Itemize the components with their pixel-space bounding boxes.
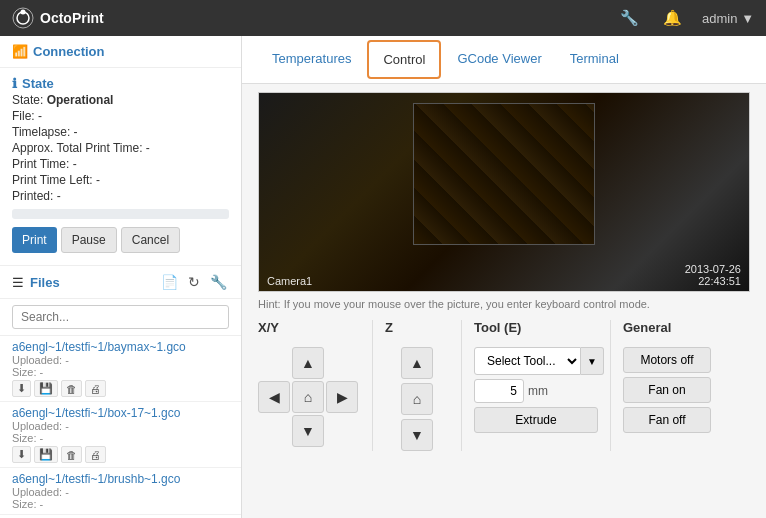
list-item: a6engl~1/testfi~1/brushb~1.gco Uploaded:… [0, 468, 241, 515]
divider-1 [372, 320, 373, 451]
print-time-left-value: - [96, 173, 100, 187]
empty-1 [258, 347, 290, 379]
print-time-left-label: Print Time Left: [12, 173, 93, 187]
extrude-button[interactable]: Extrude [474, 407, 598, 433]
bell-button[interactable]: 🔔 [659, 7, 686, 29]
jog-x-minus-button[interactable]: ◀ [258, 381, 290, 413]
state-value: Operational [47, 93, 114, 107]
brand: OctoPrint [12, 7, 104, 29]
jog-z-plus-button[interactable]: ▲ [401, 347, 433, 379]
connection-section: 📶 Connection [0, 36, 241, 68]
pause-button[interactable]: Pause [61, 227, 117, 253]
jog-y-minus-button[interactable]: ▼ [292, 415, 324, 447]
printed-label: Printed: [12, 189, 53, 203]
file-download-btn-1[interactable]: 💾 [34, 446, 58, 463]
file-print-btn-1[interactable]: 🖨 [85, 446, 106, 463]
timelapse-label: Timelapse: [12, 125, 70, 139]
file-delete-btn-1[interactable]: 🗑 [61, 446, 82, 463]
state-row: State: Operational [12, 93, 229, 107]
search-input[interactable] [12, 305, 229, 329]
file-actions-0: ⬇ 💾 🗑 🖨 [12, 380, 229, 397]
state-label: State: [12, 93, 43, 107]
signal-icon: 📶 [12, 44, 28, 59]
print-button[interactable]: Print [12, 227, 57, 253]
file-size-1: Size: - [12, 432, 229, 444]
file-name-0[interactable]: a6engl~1/testfi~1/baymax~1.gco [12, 340, 229, 354]
admin-button[interactable]: admin ▼ [702, 11, 754, 26]
timelapse-value: - [74, 125, 78, 139]
file-load-btn-1[interactable]: ⬇ [12, 446, 31, 463]
file-download-btn-0[interactable]: 💾 [34, 380, 58, 397]
print-time-left-row: Print Time Left: - [12, 173, 229, 187]
fan-on-button[interactable]: Fan on [623, 377, 711, 403]
tab-gcode-viewer[interactable]: GCode Viewer [443, 41, 555, 78]
files-list-icon: ☰ [12, 275, 24, 290]
file-label: File: [12, 109, 35, 123]
file-size-0: Size: - [12, 366, 229, 378]
xy-header: X/Y [258, 320, 360, 339]
jog-z-home-button[interactable]: ⌂ [401, 383, 433, 415]
tab-control[interactable]: Control [367, 40, 441, 79]
empty-2 [326, 347, 358, 379]
file-list: a6engl~1/testfi~1/baymax~1.gco Uploaded:… [0, 336, 241, 515]
file-meta-0: Uploaded: - [12, 354, 229, 366]
tab-temperatures[interactable]: Temperatures [258, 41, 365, 78]
motors-off-button[interactable]: Motors off [623, 347, 711, 373]
jog-x-plus-button[interactable]: ▶ [326, 381, 358, 413]
file-icon-button[interactable]: 📄 [159, 272, 180, 292]
wrench-files-button[interactable]: 🔧 [208, 272, 229, 292]
camera-placeholder: Camera1 2013-07-26 22:43:51 [259, 93, 749, 291]
approx-label: Approx. Total Print Time: [12, 141, 143, 155]
printed-value: - [57, 189, 61, 203]
navbar: OctoPrint 🔧 🔔 admin ▼ [0, 0, 766, 36]
list-item: a6engl~1/testfi~1/box-17~1.gco Uploaded:… [0, 402, 241, 468]
refresh-button[interactable]: ↻ [186, 272, 202, 292]
file-name-1[interactable]: a6engl~1/testfi~1/box-17~1.gco [12, 406, 229, 420]
print-time-label: Print Time: [12, 157, 69, 171]
jog-z-minus-button[interactable]: ▼ [401, 419, 433, 451]
tab-terminal[interactable]: Terminal [556, 41, 633, 78]
navbar-right: 🔧 🔔 admin ▼ [616, 7, 754, 29]
approx-value: - [146, 141, 150, 155]
controls-columns: X/Y ▲ ◀ ⌂ ▶ ▼ [258, 320, 750, 451]
brand-label: OctoPrint [40, 10, 104, 26]
extrude-amount-input[interactable] [474, 379, 524, 403]
print-btn-group: Print Pause Cancel [12, 227, 229, 253]
tool-select-arrow-button[interactable]: ▼ [581, 347, 604, 375]
printed-row: Printed: - [12, 189, 229, 203]
controls-panel: X/Y ▲ ◀ ⌂ ▶ ▼ [242, 316, 766, 455]
extrude-row: mm [474, 379, 598, 403]
hint-text: Hint: If you move your mouse over the pi… [242, 296, 766, 316]
state-header[interactable]: ℹ State [12, 76, 229, 91]
camera-timestamp: 2013-07-26 22:43:51 [685, 263, 741, 287]
file-meta-1: Uploaded: - [12, 420, 229, 432]
file-delete-btn-0[interactable]: 🗑 [61, 380, 82, 397]
xy-jog-grid: ▲ ◀ ⌂ ▶ ▼ [258, 347, 360, 447]
sidebar: 📶 Connection ℹ State State: Operational … [0, 36, 242, 518]
jog-home-button[interactable]: ⌂ [292, 381, 324, 413]
z-jog-grid: ▲ ⌂ ▼ [385, 347, 449, 451]
file-name-2[interactable]: a6engl~1/testfi~1/brushb~1.gco [12, 472, 229, 486]
file-actions-1: ⬇ 💾 🗑 🖨 [12, 446, 229, 463]
tool-column: Tool (E) Select Tool... ▼ mm Extrude [466, 320, 606, 451]
list-item: a6engl~1/testfi~1/baymax~1.gco Uploaded:… [0, 336, 241, 402]
main-content: Temperatures Control GCode Viewer Termin… [242, 36, 766, 518]
empty-4 [326, 415, 358, 447]
file-meta-2: Uploaded: - [12, 486, 229, 498]
cancel-button[interactable]: Cancel [121, 227, 180, 253]
progress-bar-container [12, 209, 229, 219]
jog-y-plus-button[interactable]: ▲ [292, 347, 324, 379]
tabs-bar: Temperatures Control GCode Viewer Termin… [242, 36, 766, 84]
timelapse-row: Timelapse: - [12, 125, 229, 139]
fan-off-button[interactable]: Fan off [623, 407, 711, 433]
print-time-value: - [73, 157, 77, 171]
file-print-btn-0[interactable]: 🖨 [85, 380, 106, 397]
tool-select[interactable]: Select Tool... [474, 347, 581, 375]
caret-icon: ▼ [741, 11, 754, 26]
state-section: ℹ State State: Operational File: - Timel… [0, 68, 241, 266]
camera-area[interactable]: Camera1 2013-07-26 22:43:51 [258, 92, 750, 292]
files-title[interactable]: Files [30, 275, 153, 290]
connection-header[interactable]: 📶 Connection [12, 44, 229, 59]
wrench-button[interactable]: 🔧 [616, 7, 643, 29]
file-load-btn-0[interactable]: ⬇ [12, 380, 31, 397]
